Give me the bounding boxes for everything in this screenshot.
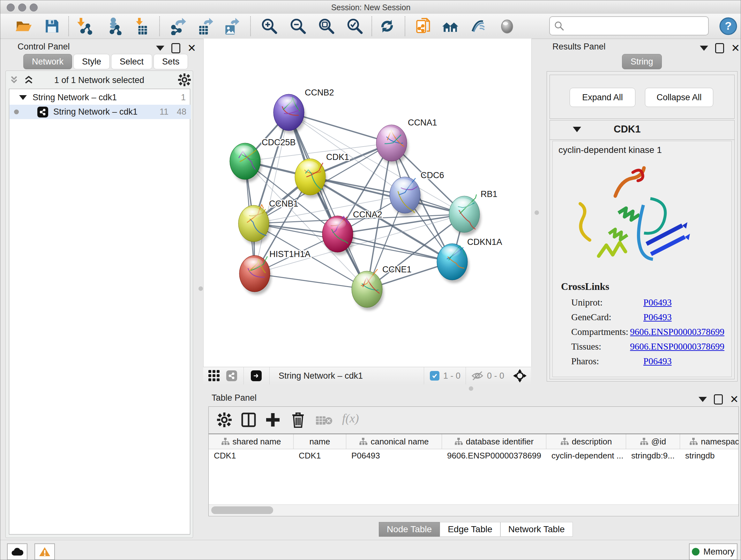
float-panel-icon[interactable]: [172, 43, 180, 53]
tab-string[interactable]: String: [622, 54, 662, 69]
birds-eye-view-icon[interactable]: [513, 369, 527, 382]
table-row[interactable]: CDK1CDK1P064939606.ENSP00000378699cyclin…: [209, 448, 739, 463]
protein-name: CDK1: [614, 124, 641, 135]
cell-name[interactable]: CDK1: [293, 448, 346, 463]
tree-expand-icon[interactable]: [19, 95, 27, 100]
collapse-panel-icon[interactable]: [698, 397, 707, 402]
float-panel-icon[interactable]: [714, 394, 723, 405]
export-network-icon[interactable]: [170, 17, 187, 35]
close-panel-icon[interactable]: ✕: [187, 44, 196, 52]
tab-select[interactable]: Select: [111, 54, 152, 69]
import-network-database-icon[interactable]: [105, 17, 123, 35]
collapse-panel-icon[interactable]: [156, 46, 164, 51]
crosslink-genecard-link[interactable]: P06493: [643, 312, 672, 322]
column-header-description[interactable]: description: [546, 434, 626, 449]
close-panel-icon[interactable]: ✕: [731, 44, 740, 52]
tab-sets[interactable]: Sets: [153, 54, 188, 69]
network-tree-child-row[interactable]: String Network – cdk1 11 48: [10, 105, 191, 119]
tab-network-table[interactable]: Network Table: [500, 522, 573, 537]
right-splitter-handle[interactable]: [535, 210, 539, 215]
table-settings-gear-icon[interactable]: [217, 413, 232, 427]
split-pane-icon[interactable]: [241, 412, 257, 428]
edge-CCNE1-HIST1H1A[interactable]: [255, 273, 367, 289]
zoom-in-icon[interactable]: [260, 17, 278, 35]
delete-table-icon[interactable]: [315, 415, 333, 426]
node-label-ccnb2: CCNB2: [305, 88, 334, 98]
refresh-icon[interactable]: [378, 17, 396, 35]
export-table-icon[interactable]: [197, 17, 214, 35]
crosslink-pharos-link[interactable]: P06493: [643, 356, 672, 367]
open-session-icon[interactable]: [14, 17, 32, 35]
cell-description[interactable]: cyclin-dependent ...: [546, 448, 626, 463]
protein-header-row[interactable]: CDK1: [550, 120, 734, 140]
disable-glass-effect-icon[interactable]: [498, 17, 516, 35]
cell-database-identifier[interactable]: 9606.ENSP00000378699: [442, 448, 546, 463]
hidden-eye-icon[interactable]: [471, 370, 484, 381]
table-horizontal-scrollbar[interactable]: [209, 504, 738, 516]
collapse-protein-icon[interactable]: [573, 127, 581, 132]
help-icon[interactable]: ?: [719, 17, 737, 35]
tab-edge-table[interactable]: Edge Table: [440, 522, 500, 537]
network-node-ccnb2[interactable]: CCNB2: [273, 88, 334, 133]
column-header-shared-name[interactable]: shared name: [209, 434, 293, 449]
memory-button[interactable]: Memory: [689, 543, 738, 560]
delete-column-icon[interactable]: [290, 411, 306, 428]
open-in-new-window-icon[interactable]: [251, 370, 262, 381]
cell--id[interactable]: stringdb:9...: [626, 448, 680, 463]
network-overview-icon[interactable]: [226, 370, 237, 381]
apply-function-icon[interactable]: f(x): [342, 411, 359, 425]
column-header-name[interactable]: name: [293, 434, 346, 449]
zoom-out-icon[interactable]: [289, 17, 307, 35]
crosslink-compartments-link[interactable]: 9606.ENSP00000378699: [630, 327, 724, 337]
import-table-file-icon[interactable]: [133, 17, 151, 35]
tab-network[interactable]: Network: [23, 54, 72, 69]
zoom-fit-icon[interactable]: [318, 17, 335, 35]
column-header--id[interactable]: @id: [626, 434, 680, 449]
close-panel-icon[interactable]: ✕: [730, 395, 739, 403]
network-node-cdc6[interactable]: CDC6: [390, 171, 444, 216]
collection-count: 1: [181, 92, 186, 103]
network-node-cdk1[interactable]: CDK1: [295, 152, 349, 198]
string-home-icon[interactable]: [441, 17, 459, 35]
network-canvas[interactable]: CCNB2CCNA1CDC25BCDK1CDC6RB1CCNB1CCNA2CDK…: [203, 39, 532, 367]
column-header-database-identifier[interactable]: database identifier: [442, 434, 546, 449]
search-input[interactable]: [567, 21, 705, 31]
column-header-namespace[interactable]: namespace: [680, 434, 739, 449]
table-toolbar: f(x): [209, 407, 738, 434]
tab-style[interactable]: Style: [73, 54, 110, 69]
warning-status-button[interactable]: [35, 543, 55, 560]
network-node-ccne1[interactable]: CCNE1: [352, 265, 412, 310]
crosslink-tissues-link[interactable]: 9606.ENSP00000378699: [630, 341, 724, 352]
enable-glass-effect-icon[interactable]: [470, 17, 488, 35]
expand-all-button[interactable]: Expand All: [569, 88, 635, 107]
zoom-selected-icon[interactable]: [346, 17, 364, 35]
grid-view-icon[interactable]: [208, 369, 220, 382]
node-label-ccna2: CCNA2: [353, 210, 382, 219]
network-node-hist1h1a[interactable]: HIST1H1A: [239, 249, 311, 295]
cell-canonical-name[interactable]: P06493: [346, 448, 442, 463]
collapse-all-button[interactable]: Collapse All: [645, 88, 713, 107]
results-panel-window-buttons: ✕: [700, 43, 740, 53]
save-session-icon[interactable]: [43, 17, 61, 35]
scrollbar-thumb[interactable]: [211, 506, 273, 514]
import-network-file-icon[interactable]: [75, 17, 93, 35]
cell-shared-name[interactable]: CDK1: [209, 448, 293, 463]
export-image-icon[interactable]: [223, 17, 241, 35]
string-protein-query-icon[interactable]: [415, 17, 433, 35]
collapse-panel-icon[interactable]: [700, 46, 708, 51]
window-title: Session: New Session: [0, 3, 741, 12]
network-node-rb1[interactable]: RB1: [449, 189, 497, 235]
selected-checkbox-icon[interactable]: [430, 371, 440, 381]
network-options-gear-icon[interactable]: [178, 73, 191, 86]
float-panel-icon[interactable]: [715, 43, 724, 53]
edge-CCNB2-CCNE1[interactable]: [289, 112, 367, 289]
crosslink-uniprot-link[interactable]: P06493: [643, 297, 672, 308]
left-splitter-handle[interactable]: [199, 287, 203, 291]
column-header-canonical-name[interactable]: canonical name: [346, 434, 442, 449]
cell-namespace[interactable]: stringdb: [680, 448, 739, 463]
cloud-status-button[interactable]: [7, 543, 27, 560]
network-node-cdkn1a[interactable]: CDKN1A: [437, 237, 502, 283]
add-column-icon[interactable]: [265, 412, 281, 428]
network-tree-root-row[interactable]: String Network – cdk1 1: [10, 90, 191, 105]
tab-node-table[interactable]: Node Table: [379, 522, 440, 537]
